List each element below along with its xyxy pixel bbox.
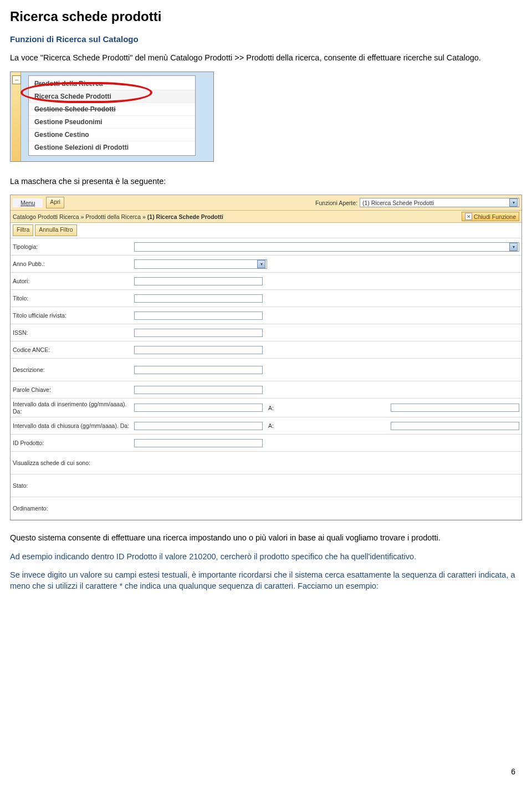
- menu-item[interactable]: Gestione Selezioni di Prodotti: [29, 141, 195, 154]
- intervallo-chi-a-input[interactable]: [391, 422, 519, 430]
- menu-item[interactable]: Gestione Pseudonimi: [29, 116, 195, 129]
- screenshot-menu: – Prodotti della Ricerca Ricerca Schede …: [10, 72, 214, 162]
- filtra-button[interactable]: Filtra: [13, 224, 33, 236]
- breadcrumb: Catalogo Prodotti Ricerca » Prodotti del…: [13, 213, 223, 220]
- funzioni-aperte-label: Funzioni Aperte:: [315, 200, 357, 206]
- ance-input[interactable]: [134, 346, 263, 354]
- label-visualizza: Visualizza schede di cui sono:: [13, 460, 132, 466]
- intervallo-chi-da-input[interactable]: [134, 422, 263, 430]
- idprod-input[interactable]: [134, 439, 263, 447]
- chiudi-label: Chiudi Funzione: [474, 213, 516, 220]
- label-issn: ISSN:: [13, 329, 132, 336]
- label-stato: Stato:: [13, 482, 132, 489]
- window-topbar: Menu Apri Funzioni Aperte: (1) Ricerca S…: [11, 195, 521, 211]
- label-parole: Parole Chiave:: [13, 386, 132, 393]
- label-a: A:: [265, 405, 277, 411]
- screenshot-form: Menu Apri Funzioni Aperte: (1) Ricerca S…: [10, 195, 522, 520]
- annulla-filtro-button[interactable]: Annulla Filtro: [35, 224, 76, 236]
- breadcrumb-text: Catalogo Prodotti Ricerca » Prodotti del…: [13, 213, 147, 220]
- label-intervallo-ins: Intervallo data di inserimento (gg/mm/aa…: [13, 401, 132, 415]
- label-idprod: ID Prodotto:: [13, 440, 132, 446]
- label-tipologia: Tipologia:: [13, 243, 132, 250]
- menu-item[interactable]: Ricerca Schede Prodotti: [29, 90, 195, 103]
- dropdown-value: (1) Ricerca Schede Prodotti: [362, 200, 434, 206]
- intervallo-ins-da-input[interactable]: [134, 404, 263, 412]
- chevron-down-icon: ▾: [509, 198, 518, 207]
- chevron-down-icon: ▾: [257, 260, 265, 268]
- label-ance: Codice ANCE:: [13, 346, 132, 353]
- label-titolo: Titolo:: [13, 295, 132, 302]
- menu-list: Prodotti della Ricerca Ricerca Schede Pr…: [28, 75, 196, 156]
- close-icon: ✕: [465, 213, 472, 220]
- intervallo-ins-a-input[interactable]: [391, 404, 519, 412]
- label-ordinamento: Ordinamento:: [13, 505, 132, 512]
- chiudi-funzione-button[interactable]: ✕ Chiudi Funzione: [462, 212, 519, 221]
- menu-sidebar: [12, 72, 21, 161]
- tipologia-dropdown[interactable]: ▾: [134, 242, 519, 252]
- label-anno: Anno Pubb.:: [13, 261, 132, 267]
- chevron-down-icon: ▾: [509, 243, 518, 251]
- label-intervallo-chi: Intervallo data di chiusura (gg/mm/aaaa)…: [13, 422, 132, 430]
- paragraph-example2: Se invece digito un valore su campi este…: [10, 570, 522, 591]
- menu-item[interactable]: Gestione Cestino: [29, 129, 195, 141]
- label-autori: Autori:: [13, 278, 132, 284]
- form-grid: Tipologia: ▾ Anno Pubb.: ▾ Autori: Titol…: [11, 238, 521, 520]
- paragraph-system: Questo sistema consente di effettuare un…: [10, 533, 522, 544]
- section-heading: Funzioni di Ricerca sul Catalogo: [10, 34, 522, 44]
- rivista-input[interactable]: [134, 312, 263, 320]
- apri-button[interactable]: Apri: [46, 197, 64, 208]
- page-title: Ricerca schede prodotti: [10, 9, 522, 24]
- label-rivista: Titolo ufficiale rivista:: [13, 312, 132, 319]
- breadcrumb-row: Catalogo Prodotti Ricerca » Prodotti del…: [11, 211, 521, 223]
- titolo-input[interactable]: [134, 294, 263, 303]
- menu-item[interactable]: Gestione Schede Prodotti: [29, 103, 195, 116]
- descrizione-input[interactable]: [134, 366, 263, 374]
- filter-row: Filtra Annulla Filtro: [11, 223, 521, 238]
- issn-input[interactable]: [134, 329, 263, 337]
- funzioni-aperte-dropdown[interactable]: (1) Ricerca Schede Prodotti ▾: [360, 198, 519, 207]
- anno-dropdown[interactable]: ▾: [134, 259, 267, 269]
- paragraph-mask: La maschera che si presenta è la seguent…: [10, 176, 522, 187]
- label-descrizione: Descrizione:: [13, 366, 132, 373]
- parole-input[interactable]: [134, 386, 263, 394]
- menu-button[interactable]: Menu: [13, 198, 43, 207]
- autori-input[interactable]: [134, 277, 263, 285]
- menu-item[interactable]: Prodotti della Ricerca: [29, 78, 195, 90]
- paragraph-intro: La voce "Ricerca Schede Prodotti" del me…: [10, 53, 522, 64]
- label-a: A:: [265, 422, 277, 429]
- collapse-icon: –: [12, 75, 21, 84]
- breadcrumb-current: (1) Ricerca Schede Prodotti: [147, 213, 223, 220]
- paragraph-example1: Ad esempio indicando dentro ID Prodotto …: [10, 552, 522, 563]
